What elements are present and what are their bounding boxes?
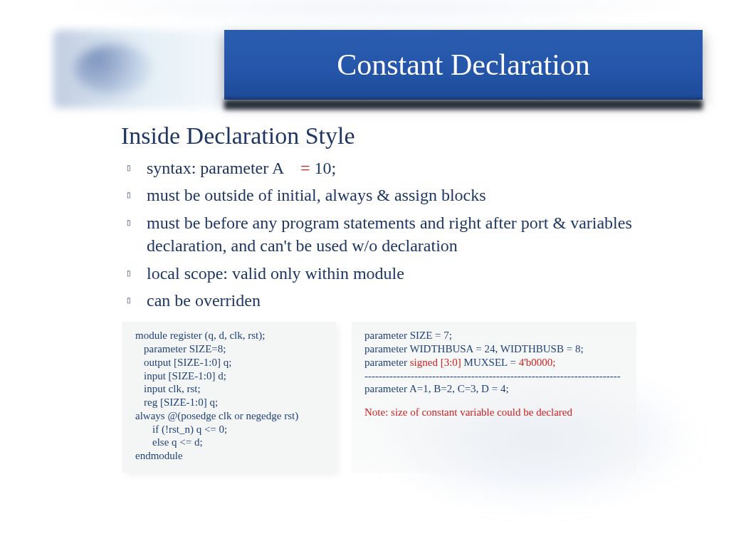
list-item-text: syntax: parameter A = 10; — [147, 157, 685, 179]
code-box-left: module register (q, d, clk, rst); parame… — [122, 322, 336, 473]
code-line: parameter A=1, B=2, C=3, D = 4; — [364, 382, 624, 396]
bullet-icon: ▯ — [127, 289, 147, 304]
syntax-semicolon: ; — [332, 159, 337, 177]
list-item-text: must be outside of initial, always & ass… — [147, 184, 685, 206]
spacer — [364, 396, 624, 406]
list-item-text: can be overriden — [147, 289, 685, 312]
code-fragment-highlight: signed [3:0] — [410, 357, 461, 368]
list-item: ▯ local scope: valid only within module — [127, 262, 685, 285]
code-line: input [SIZE-1:0] d; — [135, 369, 323, 383]
code-line: output [SIZE-1:0] q; — [135, 356, 323, 369]
syntax-value: 10 — [310, 159, 332, 177]
title-band: Constant Declaration — [224, 30, 703, 100]
bullet-icon: ▯ — [127, 157, 147, 172]
list-item: ▯ must be outside of initial, always & a… — [127, 184, 685, 206]
code-line: module register (q, d, clk, rst); — [135, 329, 323, 342]
heading-text: Inside Declaration Style — [121, 122, 355, 149]
code-line: parameter SIZE=8; — [135, 342, 323, 356]
slide-header: Constant Declaration — [53, 23, 703, 115]
slide: Constant Declaration Inside Declaration … — [0, 0, 756, 536]
code-box-right: parameter SIZE = 7; parameter WIDTHBUSA … — [352, 322, 636, 473]
list-item-text: local scope: valid only within module — [147, 262, 685, 285]
code-fragment: parameter — [364, 357, 410, 368]
list-item: ▯ can be overriden — [127, 289, 685, 312]
code-line: else q <= d; — [135, 436, 323, 449]
slide-title: Constant Declaration — [224, 30, 703, 100]
code-fragment: MUXSEL = — [461, 357, 519, 368]
bullet-icon: ▯ — [127, 262, 147, 277]
list-item: ▯ must be before any program statements … — [127, 211, 685, 258]
heading-row: Inside Declaration Style — [93, 122, 685, 149]
code-line: parameter SIZE = 7; — [364, 329, 624, 342]
code-line: ----------------------------------------… — [364, 369, 624, 383]
header-decoration — [53, 30, 238, 108]
code-line: input clk, rst; — [135, 382, 323, 396]
code-line: parameter signed [3:0] MUXSEL = 4'b0000; — [364, 356, 624, 369]
code-note: Note: size of constant variable could be… — [364, 406, 624, 419]
content-area: Inside Declaration Style ▯ syntax: param… — [93, 122, 685, 473]
bullet-icon: ▯ — [127, 211, 147, 226]
bullet-list: ▯ syntax: parameter A = 10; ▯ must be ou… — [127, 157, 685, 312]
code-line: always @(posedge clk or negedge rst) — [135, 409, 323, 423]
code-fragment-highlight: 4'b0000; — [519, 357, 556, 368]
code-line: if (!rst_n) q <= 0; — [135, 423, 323, 436]
list-item-text: must be before any program statements an… — [147, 211, 685, 258]
code-line: reg [SIZE-1:0] q; — [135, 396, 323, 409]
syntax-equals: = — [300, 159, 310, 177]
code-line: parameter WIDTHBUSA = 24, WIDTHBUSB = 8; — [364, 342, 624, 356]
list-item: ▯ syntax: parameter A = 10; — [127, 157, 685, 179]
code-line: endmodule — [135, 449, 323, 463]
code-area: module register (q, d, clk, rst); parame… — [122, 322, 685, 473]
bullet-icon: ▯ — [127, 184, 147, 199]
syntax-prefix: syntax: parameter A — [147, 159, 288, 177]
